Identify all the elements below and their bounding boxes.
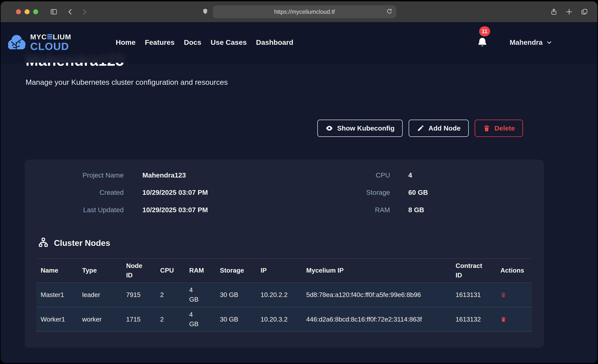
sidebar-toggle-icon[interactable] bbox=[49, 7, 58, 17]
cell-actions bbox=[496, 282, 532, 307]
cell-contract-id: 1613132 bbox=[451, 307, 496, 332]
cell-contract-id: 1613131 bbox=[451, 282, 496, 307]
nav-link-use-cases[interactable]: Use Cases bbox=[211, 38, 247, 46]
traffic-lights bbox=[16, 9, 38, 14]
brand-line2: CLOUD bbox=[30, 41, 71, 52]
table-header-row: Name Type Node ID CPU RAM Storage IP Myc… bbox=[36, 258, 532, 282]
nav-link-features[interactable]: Features bbox=[145, 38, 174, 46]
address-bar[interactable]: https://myceliumcloud.tf bbox=[213, 5, 396, 18]
col-type: Type bbox=[78, 258, 122, 282]
tab-overview-icon[interactable] bbox=[580, 7, 589, 17]
cell-name: Master1 bbox=[36, 282, 78, 307]
brand-logo[interactable]: MYCLIUM CLOUD bbox=[6, 33, 71, 52]
close-button[interactable] bbox=[16, 9, 21, 14]
cell-node-id: 7915 bbox=[122, 282, 156, 307]
col-ip: IP bbox=[257, 258, 302, 282]
created-label: Created bbox=[25, 188, 124, 197]
nav-link-dashboard[interactable]: Dashboard bbox=[256, 38, 293, 46]
project-name-value: Mahendra123 bbox=[142, 171, 297, 180]
col-actions: Actions bbox=[496, 258, 532, 282]
cell-ram: 4 GB bbox=[185, 282, 216, 307]
col-node-id: Node ID bbox=[122, 258, 156, 282]
cluster-actions: Show Kubeconfig Add Node Delete bbox=[317, 120, 523, 137]
cpu-label: CPU bbox=[297, 171, 390, 180]
user-name: Mahendra bbox=[510, 39, 543, 46]
table-row-master1: Master1 leader 7915 2 4 GB 30 GB 10.20.2… bbox=[36, 282, 532, 307]
screenshot-root: https://myceliumcloud.tf bbox=[0, 0, 598, 364]
brand-stylized-e bbox=[47, 34, 52, 40]
cell-node-id: 1715 bbox=[122, 307, 156, 332]
site-navbar: MYCLIUM CLOUD Home Features Docs Use Cas… bbox=[1, 22, 597, 63]
nav-link-home[interactable]: Home bbox=[116, 38, 135, 46]
add-node-button[interactable]: Add Node bbox=[409, 120, 469, 137]
col-name: Name bbox=[36, 258, 78, 282]
table-row-worker1: Worker1 worker 1715 2 4 GB 30 GB 10.20.3… bbox=[36, 307, 532, 332]
cell-storage: 30 GB bbox=[216, 307, 257, 332]
cluster-details-card: Project Name Mahendra123 Created 10/29/2… bbox=[25, 160, 544, 348]
cluster-nodes-table: Name Type Node ID CPU RAM Storage IP Myc… bbox=[36, 258, 532, 332]
trash-icon bbox=[500, 291, 507, 298]
forward-icon[interactable] bbox=[80, 7, 89, 17]
storage-value: 60 GB bbox=[408, 188, 544, 197]
brand-line1-pre: MYC bbox=[30, 33, 47, 41]
url-text: https://myceliumcloud.tf bbox=[274, 8, 335, 15]
col-contract-id: Contract ID bbox=[451, 258, 496, 282]
last-updated-label: Last Updated bbox=[25, 205, 124, 215]
back-icon[interactable] bbox=[66, 7, 75, 17]
cell-type: worker bbox=[78, 307, 122, 332]
user-menu[interactable]: Mahendra bbox=[510, 39, 553, 46]
bell-icon bbox=[477, 37, 488, 48]
storage-label: Storage bbox=[297, 188, 390, 197]
page-viewport: Mahendra123 Manage your Kubernetes clust… bbox=[1, 22, 597, 363]
cluster-summary: Project Name Mahendra123 Created 10/29/2… bbox=[25, 160, 544, 215]
brand-wordmark: MYCLIUM CLOUD bbox=[30, 33, 71, 52]
cell-cpu: 2 bbox=[156, 307, 185, 332]
notifications-button[interactable]: 11 bbox=[477, 37, 489, 48]
cell-cpu: 2 bbox=[156, 282, 185, 307]
trash-icon bbox=[500, 316, 507, 323]
zoom-button[interactable] bbox=[33, 9, 38, 14]
page-subtitle: Manage your Kubernetes cluster configura… bbox=[25, 78, 597, 87]
pencil-icon bbox=[417, 124, 424, 132]
shield-icon[interactable] bbox=[202, 8, 208, 16]
project-name-label: Project Name bbox=[25, 171, 124, 180]
show-kubeconfig-button[interactable]: Show Kubeconfig bbox=[317, 120, 403, 137]
minimize-button[interactable] bbox=[25, 9, 30, 14]
last-updated-value: 10/29/2025 03:07 PM bbox=[142, 205, 297, 215]
ram-value: 8 GB bbox=[408, 205, 544, 215]
share-icon[interactable] bbox=[549, 7, 558, 17]
cell-ip: 10.20.3.2 bbox=[257, 307, 302, 332]
nav-link-docs[interactable]: Docs bbox=[184, 38, 201, 46]
browser-toolbar: https://myceliumcloud.tf bbox=[1, 1, 597, 22]
add-node-label: Add Node bbox=[428, 124, 461, 132]
browser-window: https://myceliumcloud.tf bbox=[1, 1, 597, 363]
delete-node-button[interactable] bbox=[500, 316, 507, 323]
chevron-down-icon bbox=[546, 39, 553, 46]
created-value: 10/29/2025 03:07 PM bbox=[142, 188, 297, 197]
col-cpu: CPU bbox=[156, 258, 185, 282]
cell-ip: 10.20.2.2 bbox=[257, 282, 302, 307]
delete-node-button[interactable] bbox=[500, 291, 507, 298]
eye-icon bbox=[325, 124, 333, 132]
cell-type: leader bbox=[78, 282, 122, 307]
new-tab-icon[interactable] bbox=[565, 7, 574, 17]
notification-count-badge: 11 bbox=[479, 26, 490, 36]
cell-storage: 30 GB bbox=[216, 282, 257, 307]
cell-mycelium-ip: 446:d2a6:8bcd:8c16:ff0f:72e2:3114:863f bbox=[302, 307, 451, 332]
ram-label: RAM bbox=[297, 205, 390, 215]
col-storage: Storage bbox=[216, 258, 257, 282]
cluster-nodes-title: Cluster Nodes bbox=[54, 238, 110, 248]
cell-mycelium-ip: 5d8:78ea:a120:f40c:ff0f:a5fe:99e6:8b96 bbox=[302, 282, 451, 307]
delete-label: Delete bbox=[494, 124, 515, 132]
cell-name: Worker1 bbox=[36, 307, 78, 332]
cell-actions bbox=[496, 307, 532, 332]
reload-icon[interactable] bbox=[386, 8, 392, 16]
delete-cluster-button[interactable]: Delete bbox=[475, 120, 523, 137]
cluster-nodes-heading: Cluster Nodes bbox=[37, 237, 544, 249]
cpu-value: 4 bbox=[408, 171, 544, 180]
trash-icon bbox=[483, 124, 490, 132]
nav-links: Home Features Docs Use Cases Dashboard bbox=[116, 38, 293, 46]
col-mycelium-ip: Mycelium IP bbox=[302, 258, 451, 282]
col-ram: RAM bbox=[185, 258, 216, 282]
cell-ram: 4 GB bbox=[185, 307, 216, 332]
